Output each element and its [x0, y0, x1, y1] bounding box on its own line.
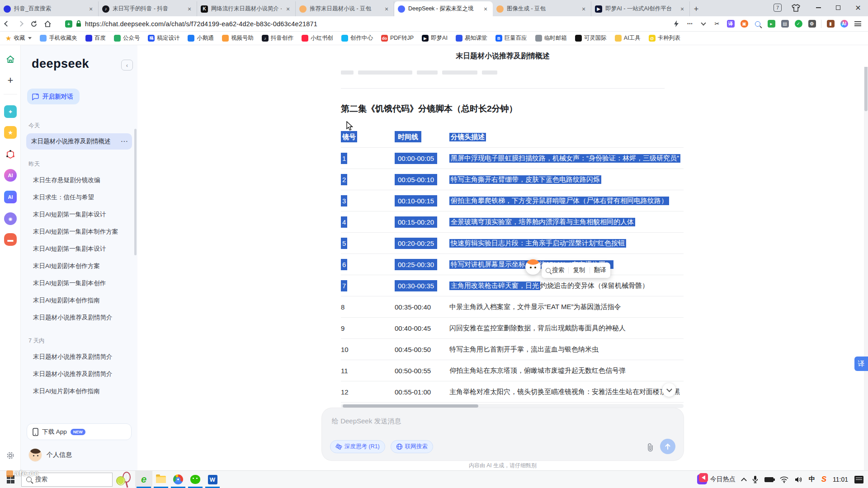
back-button[interactable] — [0, 18, 14, 30]
web-search-toggle[interactable]: 联网搜索 — [391, 440, 433, 453]
conversation-item[interactable]: 末日生存悬疑剧分镜改编 — [21, 172, 137, 189]
ai-assistant-icon[interactable]: AI — [838, 19, 850, 29]
bookmark-item[interactable]: 易知课堂 — [456, 34, 487, 42]
conversation-item[interactable]: 末日AI短剧第一集剧本设计 — [21, 206, 137, 223]
browser-tab[interactable]: ♪末日写手的抖音 - 抖音× — [99, 1, 197, 16]
conversation-item[interactable]: 末日求生：信任与希望 — [21, 189, 137, 206]
more-options-icon[interactable]: ⋯ — [684, 19, 696, 29]
menu-hamburger-icon[interactable] — [852, 19, 863, 29]
taskbar-wechat-icon[interactable] — [187, 471, 204, 488]
ime-indicator[interactable]: 中 — [809, 475, 815, 483]
home-button[interactable] — [41, 18, 54, 30]
extensions-puzzle-icon[interactable]: ⯐ — [806, 19, 818, 29]
maximize-button[interactable] — [828, 0, 848, 15]
conversation-item[interactable]: 末日题材小说推荐及剧情简介 — [21, 366, 137, 383]
deepthink-toggle[interactable]: 深度思考 (R1) — [330, 440, 385, 453]
rail-home-icon[interactable] — [4, 53, 17, 66]
send-button[interactable] — [660, 439, 675, 454]
conversation-item[interactable]: 末日AI短剧第一集剧本制作方案 — [21, 223, 137, 240]
tab-close-icon[interactable]: × — [383, 5, 390, 13]
tab-close-icon[interactable]: × — [580, 5, 587, 13]
taskbar-explorer-icon[interactable] — [152, 471, 170, 488]
popup-copy-button[interactable]: 复制 — [573, 266, 585, 274]
bookmark-item[interactable]: 创作中心 — [341, 34, 373, 42]
speaker-icon[interactable] — [795, 476, 802, 483]
taskbar-chrome-icon[interactable] — [170, 471, 187, 488]
safety-check-icon[interactable]: ✓ — [793, 19, 804, 29]
message-input[interactable]: 给 DeepSeek 发送消息 深度思考 (R1) 联网搜索 — [322, 408, 684, 460]
tennis-shortcut-icon[interactable] — [115, 472, 135, 487]
conversation-item[interactable]: 末日AI短剧剧本创作指南 — [21, 292, 137, 309]
attachment-paperclip-icon[interactable] — [646, 443, 655, 452]
bookmark-item[interactable]: AI工具 — [615, 34, 641, 42]
workspace-briefcase-icon[interactable]: ▮ — [825, 19, 836, 29]
rail-gamepad-icon[interactable]: ▬ — [4, 233, 17, 246]
refresh-button[interactable] — [27, 18, 41, 30]
bookmark-item[interactable]: 可灵国际 — [575, 34, 607, 42]
rail-network-app-icon[interactable] — [4, 148, 17, 161]
page-scrollbar-thumb[interactable] — [864, 61, 868, 111]
close-button[interactable]: ✕ — [848, 0, 868, 15]
sogou-input-icon[interactable]: S — [821, 475, 826, 484]
bookmark-item[interactable]: @卡种列表 — [649, 34, 680, 42]
microphone-icon[interactable] — [752, 475, 758, 483]
new-chat-button[interactable]: 开启新对话 — [27, 89, 80, 104]
theme-shirt-icon[interactable] — [792, 4, 800, 12]
browser-tab[interactable]: 图像生成 - 豆包× — [493, 1, 591, 16]
bookmark-item[interactable]: 视频号助 — [222, 34, 254, 42]
scroll-to-bottom-button[interactable] — [662, 383, 676, 397]
rail-settings-gear-icon[interactable] — [4, 449, 17, 462]
page-scrollbar-track[interactable] — [864, 45, 868, 470]
new-tab-button[interactable]: + — [690, 3, 703, 15]
translate-extension-icon[interactable]: 译 — [725, 19, 736, 29]
bookmark-item[interactable]: B巨量百应 — [495, 34, 527, 42]
rail-favorites-star-icon[interactable]: ★ — [4, 126, 17, 139]
bookmark-item[interactable]: ★收藏 — [5, 34, 32, 42]
profile-button[interactable]: 个人信息 — [28, 448, 72, 462]
bookmark-item[interactable]: 临时邮箱 — [535, 34, 567, 42]
hotnews-tray-item[interactable]: 今日热点 — [697, 474, 736, 484]
conversation-item[interactable]: 末日AI短剧第一集剧本创作 — [21, 275, 137, 292]
popup-translate-button[interactable]: 翻译 — [594, 266, 606, 274]
conversation-item[interactable]: 末日题材小说推荐及剧情简介 — [21, 309, 137, 326]
browser-tab[interactable]: ▶即梦AI - 一站式AI创作平台× — [591, 1, 690, 16]
sidebar-scrollbar[interactable] — [134, 129, 137, 255]
conversation-menu-icon[interactable]: ··· — [121, 133, 129, 150]
forward-button[interactable] — [14, 18, 27, 30]
translate-float-button[interactable]: 译 — [854, 357, 868, 371]
screenshot-scissors-icon[interactable]: ✂ — [711, 19, 723, 29]
conversation-item[interactable]: 末日题材小说推荐及剧情简介 — [21, 348, 137, 366]
battery-icon[interactable] — [764, 477, 774, 482]
bookmark-item[interactable]: ▶即梦AI — [422, 34, 448, 42]
bookmark-item[interactable]: 百度 — [85, 34, 106, 42]
tab-close-icon[interactable]: × — [679, 5, 686, 13]
browser-tab[interactable]: DeepSeek - 探索未至之境× — [394, 1, 493, 16]
taskbar-word-icon[interactable]: W — [204, 471, 221, 488]
tray-expand-icon[interactable] — [741, 478, 747, 483]
video-capture-icon[interactable]: ▸ — [765, 19, 777, 29]
rail-add-icon[interactable]: + — [4, 74, 17, 87]
hscroll-thumb[interactable] — [343, 404, 478, 408]
conversation-item[interactable]: 末日AI短剧剧本创作方案 — [21, 258, 137, 275]
table-horizontal-scrollbar[interactable] — [341, 404, 684, 408]
search-extension-icon[interactable] — [752, 19, 764, 29]
bookmark-item[interactable]: 小红书创 — [302, 34, 333, 42]
quick-launch-icon[interactable] — [670, 19, 682, 29]
tab-close-icon[interactable]: × — [87, 5, 94, 13]
browser-tab[interactable]: 抖音_百度搜索× — [0, 1, 99, 16]
bookmark-item[interactable]: ♪抖音创作 — [262, 34, 293, 42]
sidebar-collapse-icon[interactable]: ‹ — [121, 60, 133, 70]
rail-teal-app-icon[interactable]: ✦ — [4, 105, 17, 118]
doubao-mascot-icon[interactable] — [525, 259, 541, 275]
action-center-icon[interactable] — [854, 476, 863, 483]
conversation-item[interactable]: 末日AI短剧第一集剧本设计 — [21, 240, 137, 258]
bookmark-item[interactable]: 手机收藏夹 — [40, 34, 77, 42]
browser-tab[interactable]: K网络流行末日题材小说简介 -× — [197, 1, 296, 16]
tab-close-icon[interactable]: × — [186, 5, 193, 13]
rail-ai-blue-icon[interactable]: AI — [4, 191, 17, 203]
reading-mode-icon[interactable]: ▤ — [779, 19, 791, 29]
taskbar-ie-icon[interactable]: e — [135, 471, 152, 488]
address-bar[interactable]: + https://chat.deepseek.com/a/chat/s/f72… — [61, 18, 666, 30]
tab-count-badge[interactable]: 7 — [774, 4, 782, 12]
wifi-icon[interactable] — [780, 476, 788, 483]
